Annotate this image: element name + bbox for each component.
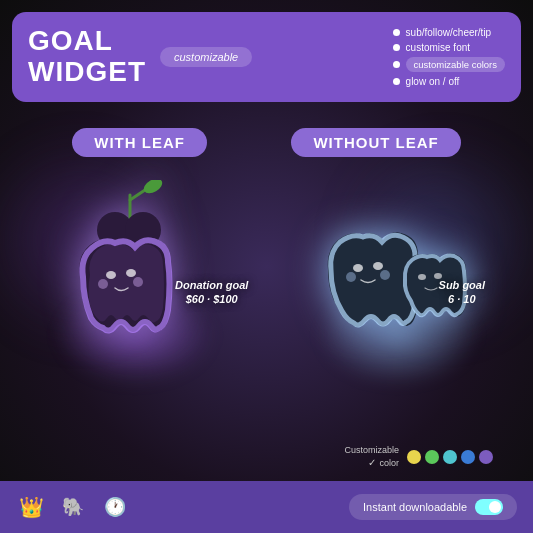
feature-dot-0 xyxy=(393,29,400,36)
color-sub-label: color xyxy=(379,458,399,468)
feature-text-3: glow on / off xyxy=(406,76,460,87)
color-dots xyxy=(407,450,493,464)
mastodon-icon[interactable]: 🐘 xyxy=(58,492,88,522)
color-dot-yellow xyxy=(407,450,421,464)
sub-goal-text: Sub goal 6 · 10 xyxy=(439,278,485,307)
sub-value: 6 · 10 xyxy=(439,292,485,306)
svg-point-9 xyxy=(353,264,363,272)
svg-point-5 xyxy=(106,271,116,279)
main-container: GOAL WIDGET customizable sub/follow/chee… xyxy=(0,0,533,533)
color-section: Customizable ✓ color xyxy=(344,445,493,468)
feature-item-3: glow on / off xyxy=(393,76,505,87)
color-dot-purple xyxy=(479,450,493,464)
color-dot-cyan xyxy=(443,450,457,464)
crown-icon[interactable]: 👑 xyxy=(16,492,46,522)
features-list: sub/follow/cheer/tip customise font cust… xyxy=(393,27,505,87)
svg-point-6 xyxy=(126,269,136,277)
header-banner: GOAL WIDGET customizable sub/follow/chee… xyxy=(12,12,521,102)
feature-item-0: sub/follow/cheer/tip xyxy=(393,27,505,38)
without-leaf-label: WITHOUT LEAF xyxy=(291,128,460,157)
svg-point-2 xyxy=(141,180,164,196)
color-dot-green xyxy=(425,450,439,464)
customizable-color-label: Customizable xyxy=(344,445,399,455)
instant-label: Instant downloadable xyxy=(363,501,467,513)
feature-text-1: customise font xyxy=(406,42,470,53)
svg-point-10 xyxy=(373,262,383,270)
svg-point-13 xyxy=(418,274,426,280)
svg-point-8 xyxy=(133,277,143,287)
header-title: GOAL WIDGET xyxy=(28,26,146,88)
feature-dot-2 xyxy=(393,61,400,68)
bottom-bar: 👑 🐘 🕐 Instant downloadable xyxy=(0,481,533,533)
sub-label: Sub goal xyxy=(439,278,485,292)
donation-goal-text: Donation goal $60 · $100 xyxy=(175,278,248,307)
instant-downloadable-badge: Instant downloadable xyxy=(349,494,517,520)
svg-line-1 xyxy=(130,190,145,200)
donation-value: $60 · $100 xyxy=(175,292,248,306)
customizable-badge: customizable xyxy=(160,47,252,67)
donation-label: Donation goal xyxy=(175,278,248,292)
feature-dot-3 xyxy=(393,78,400,85)
svg-point-12 xyxy=(380,270,390,280)
feature-badge-colors: customizable colors xyxy=(406,57,505,72)
feature-dot-1 xyxy=(393,44,400,51)
svg-point-11 xyxy=(346,272,356,282)
color-dot-blue xyxy=(461,450,475,464)
feature-text-0: sub/follow/cheer/tip xyxy=(406,27,492,38)
sections-row: WITH LEAF WITHOUT LEAF xyxy=(0,128,533,157)
toggle-switch[interactable] xyxy=(475,499,503,515)
feature-item-1: customise font xyxy=(393,42,505,53)
with-leaf-label: WITH LEAF xyxy=(72,128,207,157)
clock-icon[interactable]: 🕐 xyxy=(100,492,130,522)
feature-item-2: customizable colors xyxy=(393,57,505,72)
svg-point-7 xyxy=(98,279,108,289)
